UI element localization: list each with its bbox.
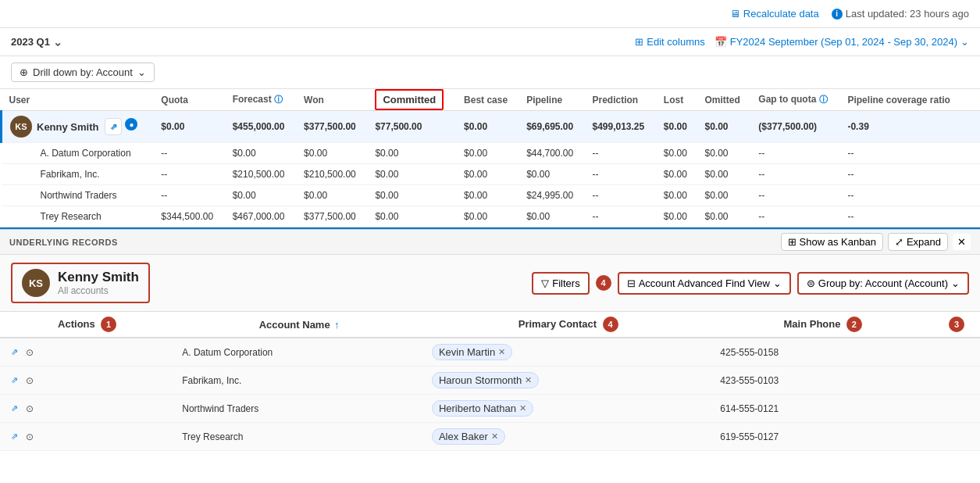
underlying-actions: ⊞ Show as Kanban ⤢ Expand ✕ (781, 233, 971, 251)
empty-cell (964, 185, 980, 206)
open-record-icon[interactable]: ⇗ (8, 402, 20, 415)
remove-contact-icon[interactable]: ✕ (525, 375, 532, 385)
avatar: KS (10, 116, 32, 138)
records-table: Actions 1 Account Name ↑ Primary Contact… (0, 312, 980, 451)
aafv-label: Account Advanced Find View (639, 277, 770, 289)
quota-cell: -- (153, 164, 224, 185)
extra-cell (933, 338, 980, 367)
won-cell: $210,500.00 (296, 164, 367, 185)
quota-cell: $0.00 (153, 111, 224, 143)
committed-cell: $77,500.00 (367, 111, 456, 143)
phone-badge: 2 (846, 317, 862, 332)
aafv-button[interactable]: ⊟ Account Advanced Find View ⌄ (618, 272, 791, 295)
table-row: Trey Research $344,500.00 $467,000.00 $3… (2, 206, 981, 227)
chevron-down-icon: ⌄ (773, 277, 782, 289)
col-committed: Committed (367, 89, 456, 111)
pipeline-cell: $69,695.00 (519, 111, 584, 143)
coverage-cell: -- (839, 206, 964, 227)
chevron-down-icon: ⌄ (951, 277, 960, 289)
list-item: ⇗ ⊙ A. Datum Corporation Kevin Martin ✕ … (0, 338, 980, 367)
more-options-icon[interactable]: ⊙ (23, 402, 36, 415)
primary-contact-col-label: Primary Contact (519, 318, 597, 330)
period-selector[interactable]: 2023 Q1 ⌄ (11, 36, 62, 48)
fy-selector[interactable]: 📅 FY2024 September (Sep 01, 2024 - Sep 3… (715, 36, 969, 48)
col-main-phone: Main Phone 2 (712, 312, 933, 338)
edit-columns-button[interactable]: ⊞ Edit columns (635, 36, 704, 48)
col-groupby-badge: 3 (933, 312, 980, 338)
col-won: Won (296, 89, 367, 111)
remove-contact-icon[interactable]: ✕ (519, 403, 526, 413)
prediction-cell: $499,013.25 (584, 111, 655, 143)
top-bar-right: 🖥 Recalculate data i Last updated: 23 ho… (730, 8, 969, 20)
committed-header: Committed (375, 89, 444, 110)
contact-tag: Kevin Martin ✕ (432, 344, 512, 360)
bestcase-cell: $0.00 (456, 185, 519, 206)
recalculate-button[interactable]: 🖥 Recalculate data (730, 8, 819, 20)
expand-icon: ⤢ (895, 236, 903, 248)
info-icon: ● (125, 118, 137, 131)
expand-button[interactable]: ⤢ Expand (888, 233, 948, 251)
more-options-icon[interactable]: ⊙ (23, 431, 36, 443)
expand-label: Expand (907, 236, 941, 248)
records-header-row: Actions 1 Account Name ↑ Primary Contact… (0, 312, 980, 338)
drill-down-button[interactable]: ⊕ Drill down by: Account ⌄ (11, 63, 155, 82)
navigate-icon[interactable]: ⇗ (105, 118, 122, 135)
pipeline-cell: $0.00 (519, 206, 584, 227)
actions-cell: ⇗ ⊙ (0, 395, 174, 423)
col-actions: Actions 1 (0, 312, 174, 338)
coverage-cell: -- (839, 185, 964, 206)
user-cell: Northwind Traders (2, 185, 154, 206)
underlying-header: UNDERLYING RECORDS ⊞ Show as Kanban ⤢ Ex… (0, 230, 980, 255)
fy-period-label: FY2024 September (Sep 01, 2024 - Sep 30,… (730, 36, 957, 48)
filters-button[interactable]: ▽ Filters (532, 272, 589, 295)
lost-cell: $0.00 (656, 164, 697, 185)
lost-cell: $0.00 (656, 206, 697, 227)
last-updated: i Last updated: 23 hours ago (832, 8, 969, 20)
sort-icon[interactable]: ↑ (334, 319, 340, 331)
col-lost: Lost (656, 89, 697, 111)
col-primary-contact: Primary Contact 4 (424, 312, 712, 338)
period-label: 2023 Q1 (11, 36, 50, 48)
account-name-cell: Northwind Traders (174, 395, 424, 423)
more-options-icon[interactable]: ⊙ (23, 346, 36, 359)
actions-badge: 1 (101, 317, 116, 332)
user-cell: Fabrikam, Inc. (2, 164, 154, 185)
omitted-cell: $0.00 (697, 164, 751, 185)
close-button[interactable]: ✕ (953, 234, 971, 250)
recalc-label: Recalculate data (743, 8, 819, 20)
open-record-icon[interactable]: ⇗ (8, 374, 20, 387)
contact-badge: 4 (603, 317, 618, 332)
groupby-button[interactable]: ⊜ Group by: Account (Account) ⌄ (797, 272, 969, 295)
account-name-col-label: Account Name (259, 319, 330, 331)
bestcase-cell: $0.00 (456, 143, 519, 164)
col-pipeline: Pipeline (519, 89, 584, 111)
top-bar: 🖥 Recalculate data i Last updated: 23 ho… (0, 0, 980, 28)
edit-columns-label: Edit columns (647, 36, 704, 48)
ks-info-right: ▽ Filters 4 ⊟ Account Advanced Find View… (532, 272, 969, 295)
contact-name: Haroun Stormonth (439, 374, 522, 386)
omitted-cell: $0.00 (697, 185, 751, 206)
kanban-icon: ⊞ (788, 236, 796, 248)
quota-cell: -- (153, 143, 224, 164)
main-phone-cell: 614-555-0121 (712, 395, 933, 423)
open-record-icon[interactable]: ⇗ (8, 431, 20, 443)
empty-cell (964, 164, 980, 185)
remove-contact-icon[interactable]: ✕ (498, 347, 505, 357)
extra-cell (933, 367, 980, 395)
drill-icon: ⊕ (20, 66, 28, 78)
col-quota: Quota (153, 89, 224, 111)
remove-contact-icon[interactable]: ✕ (491, 431, 498, 442)
open-record-icon[interactable]: ⇗ (8, 346, 20, 359)
extra-cell (933, 423, 980, 451)
actions-cell: ⇗ ⊙ (0, 367, 174, 395)
extra-cell (933, 395, 980, 423)
main-phone-col-label: Main Phone (784, 318, 841, 330)
show-kanban-button[interactable]: ⊞ Show as Kanban (781, 233, 883, 251)
forecast-cell: $467,000.00 (225, 206, 296, 227)
second-bar-right: ⊞ Edit columns 📅 FY2024 September (Sep 0… (635, 36, 969, 48)
last-updated-label: Last updated: 23 hours ago (846, 8, 969, 20)
pipeline-cell: $24,995.00 (519, 185, 584, 206)
more-options-icon[interactable]: ⊙ (23, 374, 36, 387)
contact-tag: Alex Baker ✕ (432, 428, 505, 445)
omitted-cell: $0.00 (697, 143, 751, 164)
